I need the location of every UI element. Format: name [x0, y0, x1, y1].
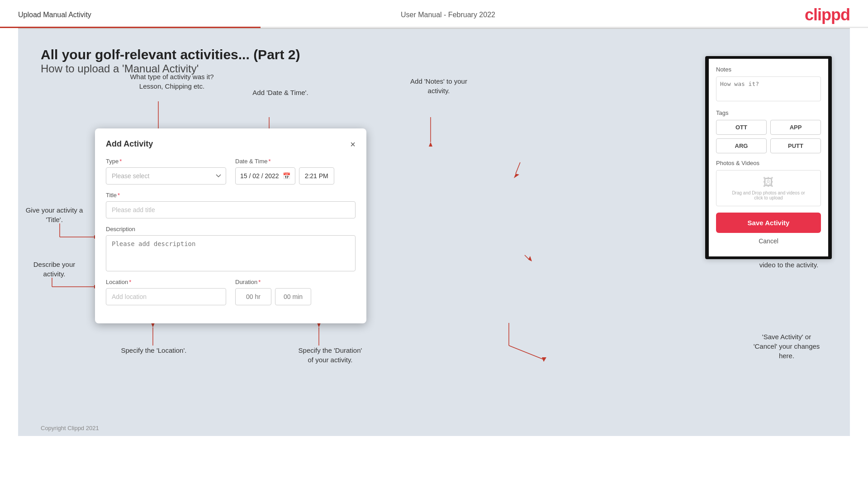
duration-label: Duration* — [235, 279, 356, 285]
datetime-group: 15 / 02 / 2022 📅 2:21 PM — [235, 167, 356, 185]
annotation-location: Specify the 'Location'. — [109, 346, 199, 355]
duration-min-input[interactable] — [275, 288, 311, 305]
form-group-datetime: Date & Time* 15 / 02 / 2022 📅 2:21 PM — [235, 158, 356, 185]
svg-line-17 — [516, 162, 520, 174]
photos-section-label: Photos & Videos — [716, 160, 821, 166]
datetime-label: Date & Time* — [235, 158, 356, 165]
time-input[interactable]: 2:21 PM — [299, 167, 334, 185]
photo-icon: 🖼 — [763, 176, 774, 189]
svg-line-19 — [525, 255, 529, 260]
annotation-describe: Describe your activity. — [23, 260, 86, 279]
dialog-title: Add Activity — [106, 139, 153, 149]
main-content: All your golf-relevant activities... (Pa… — [18, 29, 850, 436]
svg-marker-16 — [429, 142, 432, 147]
tag-arg[interactable]: ARG — [716, 138, 767, 153]
add-activity-dialog: Add Activity × Type* Please select Date … — [95, 128, 366, 323]
type-label: Type* — [106, 158, 226, 165]
tags-section-label: Tags — [716, 109, 821, 116]
notes-section-label: Notes — [716, 66, 821, 73]
form-group-type: Type* Please select — [106, 158, 226, 185]
photos-section: Photos & Videos 🖼 Drag and Drop photos a… — [716, 160, 821, 206]
location-input[interactable] — [106, 288, 226, 305]
date-input[interactable]: 15 / 02 / 2022 📅 — [235, 167, 295, 185]
location-label: Location* — [106, 279, 226, 285]
tag-putt[interactable]: PUTT — [770, 138, 821, 153]
dialog-close-button[interactable]: × — [350, 140, 356, 149]
calendar-icon: 📅 — [283, 172, 290, 180]
duration-group — [235, 288, 356, 305]
time-value: 2:21 PM — [305, 172, 328, 180]
phone-panel: Notes Tags OTT APP ARG PUTT Photos & Vid… — [705, 56, 832, 259]
annotation-date-time: Add 'Date & Time'. — [235, 88, 326, 97]
annotation-activity-type: What type of activity was it? Lesson, Ch… — [122, 72, 222, 91]
svg-marker-14 — [317, 323, 321, 327]
form-row-location-duration: Location* Duration* — [106, 279, 356, 305]
phone-bottom-bar — [709, 256, 828, 259]
svg-marker-23 — [542, 357, 546, 362]
page-title-left: Upload Manual Activity — [18, 11, 91, 19]
duration-hr-input[interactable] — [235, 288, 271, 305]
svg-line-22 — [509, 346, 543, 359]
form-group-title: Title* — [106, 192, 356, 218]
title-label: Title* — [106, 192, 356, 199]
svg-marker-20 — [528, 256, 532, 261]
tag-ott[interactable]: OTT — [716, 120, 767, 135]
dialog-header: Add Activity × — [106, 139, 356, 149]
description-label: Description — [106, 226, 356, 232]
form-group-description: Description — [106, 226, 356, 271]
save-activity-button[interactable]: Save Activity — [716, 213, 821, 233]
form-group-duration: Duration* — [235, 279, 356, 305]
annotation-title: Give your activity a 'Title'. — [23, 205, 86, 224]
notes-textarea[interactable] — [716, 76, 821, 101]
form-group-location: Location* — [106, 279, 226, 305]
svg-marker-18 — [514, 174, 519, 178]
tag-app[interactable]: APP — [770, 120, 821, 135]
annotation-duration: Specify the 'Duration' of your activity. — [271, 346, 389, 365]
annotation-notes: Add 'Notes' to your activity. — [389, 76, 489, 95]
phone-content: Notes Tags OTT APP ARG PUTT Photos & Vid… — [709, 59, 828, 256]
title-input[interactable] — [106, 201, 356, 218]
tags-grid: OTT APP ARG PUTT — [716, 120, 821, 153]
svg-marker-12 — [151, 323, 155, 327]
date-value: 15 / 02 / 2022 — [240, 172, 279, 180]
annotation-save-cancel: 'Save Activity' or 'Cancel' your changes… — [728, 332, 845, 360]
form-row-type-datetime: Type* Please select Date & Time* 15 / 02… — [106, 158, 356, 185]
logo: clippd — [805, 5, 850, 24]
description-textarea[interactable] — [106, 235, 356, 271]
tags-section: Tags OTT APP ARG PUTT — [716, 109, 821, 153]
type-select[interactable]: Please select — [106, 167, 226, 185]
photos-drop-area[interactable]: 🖼 Drag and Drop photos and videos or cli… — [716, 170, 821, 206]
photos-drop-text: Drag and Drop photos and videos or click… — [732, 190, 805, 200]
top-bar: Upload Manual Activity User Manual - Feb… — [0, 0, 868, 28]
copyright: Copyright Clippd 2021 — [41, 425, 99, 431]
cancel-link[interactable]: Cancel — [716, 237, 821, 249]
page-title-center: User Manual - February 2022 — [401, 11, 495, 19]
